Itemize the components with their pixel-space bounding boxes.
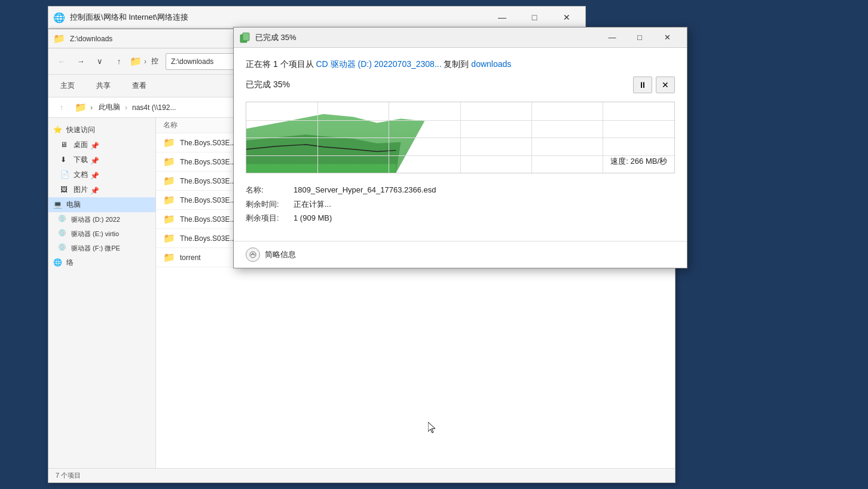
dialog-maximize-btn[interactable]: □ [626,27,653,48]
downloads-icon: ⬇ [60,155,70,165]
progress-percentage-row: 已完成 35% ⏸ ✕ [246,77,675,93]
sidebar-label-drive-f: 驱动器 (F:) 微PE [71,244,120,253]
up-btn[interactable]: ↑ [111,53,127,70]
pin-icon-documents: 📌 [90,172,97,179]
network-titlebar: 🌐 控制面板\网络和 Internet\网络连接 — □ ✕ [48,6,586,29]
pin-icon-pictures: 📌 [90,187,97,194]
grid-h-2 [246,137,674,138]
collapse-label-text: 简略信息 [265,249,296,260]
sidebar-item-drive-d[interactable]: 💿 驱动器 (D:) 2022 [48,212,155,227]
network-close-btn[interactable]: ✕ [553,8,580,27]
svg-rect-1 [243,33,249,41]
dialog-title-icon [240,32,250,43]
pause-btn[interactable]: ⏸ [633,77,652,93]
sidebar-label-desktop: 桌面 [74,140,88,150]
pin-icon-desktop: 📌 [90,142,97,149]
dialog-body: 正在将 1 个项目从 CD 驱动器 (D:) 20220703_2308... … [234,48,687,241]
remaining-items-row: 剩余项目: 1 (909 MB) [246,211,675,225]
forward-btn[interactable]: → [72,53,89,70]
drive-f-icon: 💿 [58,243,68,253]
file-name-value: 1809_Server_Hyper_64_17763.2366.esd [294,183,436,197]
sidebar-label-drive-d: 驱动器 (D:) 2022 [71,215,120,224]
breadcrumb-folder-icon: 📁 [75,102,87,113]
cancel-copy-btn[interactable]: ✕ [656,77,675,93]
svg-point-5 [250,252,256,258]
dialog-win-controls: — □ ✕ [598,27,681,48]
back-btn[interactable]: ← [53,53,70,70]
sidebar-item-pictures[interactable]: 🖼 图片 📌 [48,182,155,197]
sidebar-label-computer: 电脑 [66,200,81,210]
copy-dialog: 已完成 35% — □ ✕ 正在将 1 个项目从 CD 驱动器 (D:) 202… [233,27,687,268]
sidebar-item-documents[interactable]: 📄 文档 📌 [48,167,155,182]
sidebar-item-quickaccess[interactable]: ⭐ 快速访问 [48,123,155,137]
status-text: 7 个项目 [56,471,81,480]
address-text: Z:\downloads [171,57,213,66]
speed-graph: 速度: 266 MB/秒 [246,102,675,173]
explorer-title-icon: 📁 [53,33,65,44]
network-window-title: 控制面板\网络和 Internet\网络连接 [70,12,188,23]
ribbon-tab-home[interactable]: 主页 [56,78,80,93]
file-name-label: 名称: [246,183,294,197]
sidebar-item-drive-e[interactable]: 💿 驱动器 (E:) virtio [48,227,155,241]
folder-icon-3: 📁 [163,175,175,187]
progress-percentage-text: 已完成 35% [246,80,290,90]
dialog-minimize-btn[interactable]: — [598,27,626,48]
breadcrumb-up-btn[interactable]: ↑ [53,99,70,116]
documents-icon: 📄 [60,170,70,180]
network-minimize-btn[interactable]: — [488,8,516,27]
dialog-title-text: 已完成 35% [255,32,594,43]
sidebar-label-drive-e: 驱动器 (E:) virtio [71,230,119,239]
breadcrumb-thispc[interactable]: 此电脑 [96,101,123,114]
sidebar-item-drive-f[interactable]: 💿 驱动器 (F:) 微PE [48,241,155,255]
speed-label: 速度: 266 MB/秒 [610,156,667,167]
sidebar-item-computer[interactable]: 💻 电脑 [48,197,155,212]
quickaccess-icon: ⭐ [53,126,63,135]
pin-icon-downloads: 📌 [90,157,97,164]
folder-icon-torrent: 📁 [163,252,175,263]
folder-icon-6: 📁 [163,233,175,244]
network-window-icon: 🌐 [53,12,65,23]
desktop-icon: 🖥 [60,140,70,150]
collapse-icon[interactable] [246,247,260,262]
explorer-sidebar: ⭐ 快速访问 🖥 桌面 📌 ⬇ 下载 📌 📄 文档 📌 🖼 图片 � [48,118,156,468]
file-name-row: 名称: 1809_Server_Hyper_64_17763.2366.esd [246,183,675,197]
dialog-close-btn[interactable]: ✕ [653,27,681,48]
dialog-footer[interactable]: 简略信息 [234,241,687,268]
sidebar-label-documents: 文档 [74,170,88,180]
sidebar-item-desktop[interactable]: 🖥 桌面 📌 [48,137,155,152]
folder-icon-1: 📁 [163,137,175,148]
remaining-time-label: 剩余时间: [246,197,294,211]
sidebar-item-network[interactable]: 🌐 络 [48,255,155,270]
dropdown-btn[interactable]: ∨ [91,53,108,70]
svg-rect-4 [246,164,396,173]
pictures-icon: 🖼 [60,185,70,195]
folder-icon-5: 📁 [163,213,175,225]
network-maximize-btn[interactable]: □ [521,8,548,27]
computer-icon: 💻 [53,200,63,210]
drive-e-icon: 💿 [58,229,68,239]
ribbon-tab-share[interactable]: 共享 [91,78,115,93]
grid-h-1 [246,120,674,121]
sidebar-item-downloads[interactable]: ⬇ 下载 📌 [48,152,155,167]
info-source: CD 驱动器 (D:) 20220703_2308... [316,59,441,69]
network-icon: 🌐 [53,258,63,268]
progress-controls: ⏸ ✕ [633,77,675,93]
info-mid: 复制到 [442,59,472,69]
info-dest: downloads [471,59,511,69]
ribbon-tab-view[interactable]: 查看 [127,78,151,93]
drive-d-icon: 💿 [58,215,68,224]
sidebar-label-pictures: 图片 [74,185,88,195]
sidebar-label-downloads: 下载 [74,155,88,165]
folder-icon-4: 📁 [163,194,175,206]
folder-icon-2: 📁 [163,156,175,167]
copy-info-line1: 正在将 1 个项目从 CD 驱动器 (D:) 20220703_2308... … [246,57,675,71]
sidebar-label-quickaccess: 快速访问 [66,125,95,135]
dialog-titlebar: 已完成 35% — □ ✕ [234,27,687,48]
status-bar: 7 个项目 [48,468,675,482]
sidebar-label-network: 络 [66,258,74,268]
remaining-time-value: 正在计算... [294,197,331,211]
breadcrumb-nas[interactable]: nas4t (\\192... [130,102,178,113]
remaining-items-label: 剩余项目: [246,211,294,225]
file-details: 名称: 1809_Server_Hyper_64_17763.2366.esd … [246,183,675,225]
remaining-time-row: 剩余时间: 正在计算... [246,197,675,211]
